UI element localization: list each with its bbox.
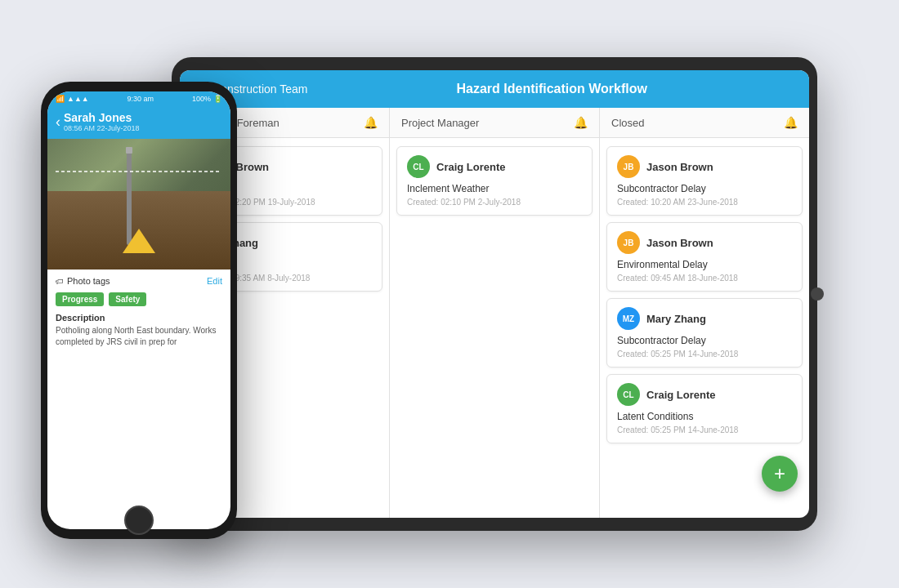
phone-content: 🏷 Photo tags Edit Progress Safety Descri… [47,270,230,529]
phone-status-bar: 📶 ▲▲▲ 9:30 am 100% 🔋 [47,91,230,106]
col-title-pm: Project Manager [401,117,479,129]
card-issue-2-1: Environmental Delay [617,259,792,270]
card-issue-1-0: Inclement Weather [407,183,582,194]
card-username-2-2: Mary Zhang [646,313,706,325]
card-username-2-1: Jason Brown [646,237,713,249]
col-pm: Project Manager 🔔 CL Craig Lorente Incle… [390,108,600,518]
desc-title: Description [56,313,222,323]
fab-button[interactable]: + [762,456,798,492]
card-username-2-0: Jason Brown [646,161,713,173]
tag-pills: Progress Safety [56,292,222,306]
bell-icon-engineer[interactable]: 🔔 [364,116,378,129]
col-title-closed: Closed [611,117,644,129]
card-created-2-0: Created: 10:20 AM 23-June-2018 [617,198,792,207]
card-lorente-pm[interactable]: CL Craig Lorente Inclement Weather Creat… [396,146,593,216]
phone-home-button[interactable] [124,506,154,535]
card-jbrown-2[interactable]: JB Jason Brown Environmental Delay Creat… [606,222,803,292]
card-issue-2-2: Subcontractor Delay [617,335,792,346]
phone-header: ‹ Sarah Jones 08:56 AM 22-July-2018 [47,106,230,139]
edit-link[interactable]: Edit [207,276,222,286]
description-section: Description Potholing along North East b… [56,313,222,348]
rope-svg [56,163,219,180]
card-created-2-2: Created: 05:25 PM 14-June-2018 [617,350,792,359]
kanban-board: Engineer/Foreman 🔔 NB n Brown tor Delay … [180,108,809,518]
card-mzhang-closed[interactable]: MZ Mary Zhang Subcontractor Delay Create… [606,298,803,368]
status-right: 100% 🔋 [192,95,222,103]
phone-header-timestamp: 08:56 AM 22-July-2018 [64,124,140,132]
card-username-2-3: Craig Lorente [646,389,716,401]
bell-icon-pm[interactable]: 🔔 [574,116,588,129]
avatar-mzhang-closed: MZ [617,307,640,330]
phone-screen: 📶 ▲▲▲ 9:30 am 100% 🔋 ‹ Sarah Jones 08:56… [47,91,230,529]
wifi-icon: 📶 [56,95,65,103]
battery-icon: 🔋 [213,95,222,103]
battery-level: 100% [192,95,211,103]
desc-text: Potholing along North East boundary. Wor… [56,325,222,348]
phone-device: 📶 ▲▲▲ 9:30 am 100% 🔋 ‹ Sarah Jones 08:56… [41,82,237,539]
phone-back-row: ‹ Sarah Jones 08:56 AM 22-July-2018 [56,111,222,132]
card-issue-2-3: Latent Conditions [617,411,792,422]
card-lorente-closed[interactable]: CL Craig Lorente Latent Conditions Creat… [606,374,803,443]
card-created-2-3: Created: 05:25 PM 14-June-2018 [617,425,792,434]
workflow-title: Hazard Identification Workflow [307,82,796,96]
tag-progress[interactable]: Progress [56,292,104,306]
svg-rect-0 [127,147,132,245]
photo-tags-row: 🏷 Photo tags Edit [56,276,222,286]
photo-tags-text: Photo tags [67,276,110,286]
signal-bars: ▲▲▲ [67,95,89,103]
avatar-jbrown-1: JB [617,155,640,178]
svg-rect-1 [126,147,132,154]
card-jbrown-1[interactable]: JB Jason Brown Subcontractor Delay Creat… [606,146,803,216]
card-username-1-0: Craig Lorente [436,161,506,173]
tablet-device: ☰ Construction Team Hazard Identificatio… [172,57,817,531]
card-issue-2-0: Subcontractor Delay [617,183,792,194]
phone-photo [47,139,230,270]
tablet-screen: ☰ Construction Team Hazard Identificatio… [180,70,809,518]
tablet-home-button[interactable] [811,287,824,301]
tag-icon: 🏷 [56,277,64,286]
avatar-jbrown-2: JB [617,231,640,254]
tag-safety[interactable]: Safety [109,292,146,306]
col-cards-pm: CL Craig Lorente Inclement Weather Creat… [390,138,599,518]
avatar-lorente-closed: CL [617,383,640,406]
tablet-header: ☰ Construction Team Hazard Identificatio… [180,70,809,108]
card-created-1-0: Created: 02:10 PM 2-July-2018 [407,198,582,207]
back-icon[interactable]: ‹ [56,114,60,131]
bell-icon-closed[interactable]: 🔔 [784,116,798,129]
card-created-2-1: Created: 09:45 AM 18-June-2018 [617,274,792,283]
col-header-pm: Project Manager 🔔 [390,108,599,138]
status-time: 9:30 am [127,95,154,103]
status-left: 📶 ▲▲▲ [56,95,89,103]
pipe-svg [121,147,137,245]
phone-user-name: Sarah Jones [64,111,140,124]
avatar-lorente-pm: CL [407,155,430,178]
photo-tags-label: 🏷 Photo tags [56,276,110,286]
col-header-closed: Closed 🔔 [600,108,809,138]
